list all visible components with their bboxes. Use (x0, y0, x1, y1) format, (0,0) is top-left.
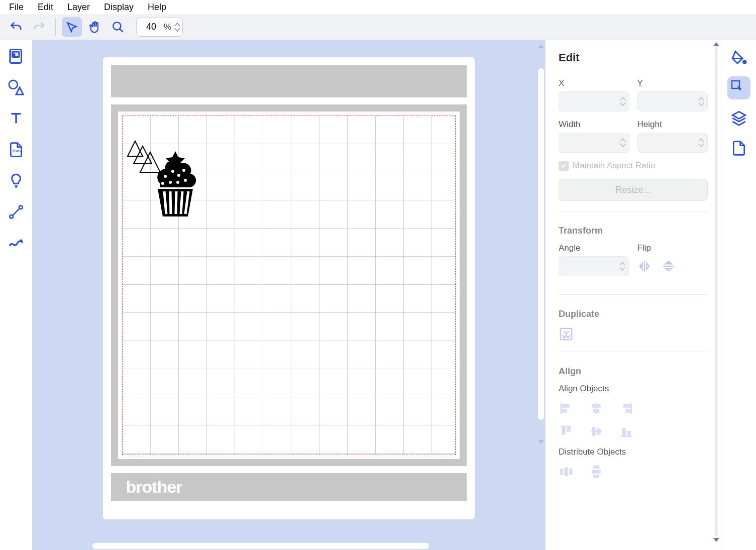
svg-point-15 (161, 182, 164, 185)
select-tool[interactable] (62, 17, 82, 37)
layers-tab[interactable] (727, 106, 750, 130)
svg-point-13 (176, 181, 179, 184)
svg-line-19 (181, 191, 182, 214)
zoom-tool[interactable] (108, 17, 128, 37)
svg-point-9 (171, 170, 174, 173)
height-input[interactable] (637, 133, 708, 153)
svg-rect-31 (598, 429, 600, 434)
template-tool[interactable] (6, 46, 26, 66)
menu-bar: File Edit Layer Display Help (0, 0, 756, 14)
distribute-objects-label: Distribute Objects (559, 447, 708, 457)
zoom-spinner[interactable] (174, 22, 180, 32)
shapes-tool[interactable] (6, 77, 26, 97)
svg-rect-36 (570, 469, 572, 474)
svg-point-14 (184, 179, 187, 182)
svg-rect-23 (563, 410, 567, 412)
brand-logo: brother (126, 477, 182, 497)
menu-file[interactable]: File (2, 0, 31, 15)
svg-rect-33 (628, 431, 630, 435)
x-input[interactable] (559, 91, 629, 112)
svg-line-18 (176, 191, 176, 214)
svg-line-17 (170, 191, 171, 214)
zoom-unit: % (161, 22, 174, 32)
menu-help[interactable]: Help (141, 0, 173, 15)
horizontal-scrollbar[interactable] (92, 543, 429, 549)
mat-frame (111, 104, 467, 466)
position-section: X Y (559, 78, 708, 211)
aspect-ratio-row[interactable]: Maintain Aspect Ratio (559, 161, 708, 171)
width-label: Width (559, 120, 629, 130)
panel-title: Edit (559, 51, 708, 64)
trace-tool[interactable] (6, 171, 26, 191)
align-left-icon[interactable] (559, 401, 574, 416)
svg-rect-28 (563, 428, 565, 434)
svg-point-10 (177, 174, 180, 177)
panel-scrollbar[interactable] (715, 45, 718, 537)
width-input[interactable] (559, 133, 629, 153)
menu-edit[interactable]: Edit (31, 0, 60, 15)
text-tool[interactable] (6, 108, 26, 129)
main-area: SVG (0, 40, 756, 550)
transform-section: Transform Angle Flip (559, 226, 708, 295)
page-tab[interactable] (727, 137, 750, 160)
aspect-checkbox[interactable] (559, 161, 569, 171)
menu-layer[interactable]: Layer (60, 0, 97, 15)
zoom-input[interactable] (142, 22, 161, 32)
flip-vertical-icon[interactable] (662, 259, 676, 273)
align-right-icon[interactable] (619, 401, 634, 416)
svg-import-tool[interactable]: SVG (6, 140, 26, 160)
align-center-v-icon[interactable] (589, 424, 604, 439)
vertical-scrollbar[interactable] (538, 44, 544, 446)
right-panel: Edit X Y (545, 40, 756, 550)
draw-tool[interactable] (6, 233, 26, 253)
flip-label: Flip (637, 243, 708, 253)
mat-header-strip (111, 65, 467, 97)
svg-rect-34 (561, 469, 563, 474)
svg-point-3 (13, 54, 15, 56)
svg-rect-27 (626, 410, 630, 412)
align-objects-label: Align Objects (559, 384, 708, 394)
canvas-area[interactable]: brother (32, 40, 545, 550)
svg-point-40 (743, 61, 746, 64)
y-label: Y (637, 78, 708, 88)
distribute-h-icon[interactable] (559, 464, 574, 479)
svg-point-4 (9, 80, 18, 89)
angle-label: Angle (559, 243, 629, 253)
svg-rect-25 (594, 410, 599, 412)
resize-button[interactable]: Resize... (559, 179, 708, 201)
svg-rect-24 (593, 405, 600, 407)
edit-panel: Edit X Y (546, 40, 721, 550)
fill-tab[interactable] (727, 46, 750, 69)
flip-horizontal-icon[interactable] (637, 259, 652, 273)
toolbar: % (0, 14, 756, 40)
svg-rect-22 (563, 405, 569, 407)
artwork-objects[interactable] (123, 116, 223, 237)
svg-rect-29 (568, 428, 570, 432)
duplicate-icon[interactable] (559, 326, 574, 342)
height-label: Height (637, 120, 708, 130)
align-bottom-icon[interactable] (619, 424, 634, 439)
undo-button[interactable] (6, 17, 26, 37)
edit-tab[interactable] (727, 76, 750, 99)
x-label: X (559, 78, 629, 88)
svg-text:SVG: SVG (13, 149, 21, 153)
cut-area[interactable] (122, 116, 456, 455)
align-center-h-icon[interactable] (589, 401, 604, 416)
zoom-input-box: % (136, 18, 183, 37)
line-tool[interactable] (6, 202, 26, 222)
svg-rect-26 (624, 405, 630, 407)
menu-display[interactable]: Display (97, 0, 141, 15)
redo-button[interactable] (29, 17, 49, 37)
left-tool-rail: SVG (0, 40, 32, 550)
cutting-mat: brother (103, 57, 475, 519)
align-section: Align Align Objects Distribute Objects (559, 366, 708, 497)
svg-point-12 (169, 181, 172, 184)
duplicate-section: Duplicate (559, 309, 708, 352)
y-input[interactable] (637, 91, 708, 112)
align-top-icon[interactable] (559, 424, 574, 439)
angle-input[interactable] (559, 256, 629, 276)
aspect-label: Maintain Aspect Ratio (573, 161, 655, 171)
pan-tool[interactable] (85, 17, 105, 37)
distribute-v-icon[interactable] (589, 464, 604, 479)
svg-point-11 (182, 169, 185, 172)
